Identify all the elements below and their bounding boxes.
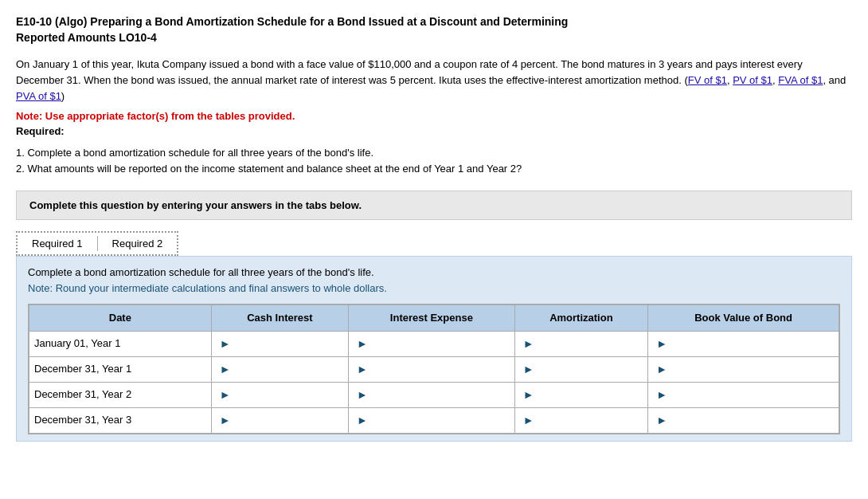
tab-required-2[interactable]: Required 2 bbox=[98, 233, 178, 254]
date-dec-31-y3: December 31, Year 3 bbox=[29, 407, 212, 433]
content-instruction: Complete a bond amortization schedule fo… bbox=[28, 265, 840, 281]
arrow-icon-15: ► bbox=[523, 414, 534, 426]
col-header-date: Date bbox=[29, 305, 212, 332]
interest-expense-jan-1[interactable]: ► bbox=[349, 331, 515, 356]
arrow-icon-5: ► bbox=[220, 363, 231, 375]
interest-expense-dec-31-y3[interactable]: ► bbox=[349, 407, 515, 433]
arrow-icon-1: ► bbox=[220, 337, 231, 350]
pv-link[interactable]: PV of $1 bbox=[733, 74, 772, 86]
col-header-cash-interest: Cash Interest bbox=[211, 305, 348, 332]
book-value-dec-31-y2[interactable]: ► bbox=[648, 382, 839, 407]
note-red: Note: Use appropriate factor(s) from the… bbox=[16, 110, 852, 122]
instructions: 1. Complete a bond amortization schedule… bbox=[16, 145, 852, 179]
arrow-icon-10: ► bbox=[357, 388, 368, 401]
table-row: December 31, Year 3 ► ► ► ► bbox=[29, 407, 839, 433]
arrow-icon-4: ► bbox=[656, 337, 667, 350]
fva-link[interactable]: FVA of $1 bbox=[778, 74, 823, 86]
date-jan-1: January 01, Year 1 bbox=[29, 331, 212, 356]
arrow-icon-13: ► bbox=[220, 414, 231, 426]
fv-link[interactable]: FV of $1 bbox=[688, 74, 727, 86]
arrow-icon-11: ► bbox=[523, 388, 534, 401]
table-row: December 31, Year 2 ► ► ► ► bbox=[29, 382, 839, 407]
amortization-dec-31-y3[interactable]: ► bbox=[514, 407, 648, 433]
arrow-icon-12: ► bbox=[656, 388, 667, 401]
interest-expense-dec-31-y2[interactable]: ► bbox=[349, 382, 515, 407]
pva-link[interactable]: PVA of $1 bbox=[16, 90, 61, 102]
amortization-dec-31-y2[interactable]: ► bbox=[514, 382, 648, 407]
required-label: Required: bbox=[16, 125, 852, 137]
arrow-icon-3: ► bbox=[523, 337, 534, 350]
arrow-icon-14: ► bbox=[357, 414, 368, 426]
arrow-icon-9: ► bbox=[220, 388, 231, 401]
content-note: Note: Round your intermediate calculatio… bbox=[28, 281, 840, 297]
cash-interest-jan-1[interactable]: ► bbox=[211, 331, 348, 356]
instruction-item-1: 1. Complete a bond amortization schedule… bbox=[16, 145, 852, 162]
cash-interest-dec-31-y1[interactable]: ► bbox=[211, 356, 348, 382]
book-value-dec-31-y1[interactable]: ► bbox=[648, 356, 839, 382]
amortization-jan-1[interactable]: ► bbox=[514, 331, 648, 356]
col-header-interest-expense: Interest Expense bbox=[349, 305, 515, 332]
date-dec-31-y2: December 31, Year 2 bbox=[29, 382, 212, 407]
description-paragraph: On January 1 of this year, Ikuta Company… bbox=[16, 57, 852, 104]
col-header-book-value: Book Value of Bond bbox=[648, 305, 839, 332]
arrow-icon-16: ► bbox=[656, 414, 667, 426]
tabs-container: Required 1 Required 2 bbox=[16, 231, 178, 256]
col-header-amortization: Amortization bbox=[514, 305, 648, 332]
amortization-table: Date Cash Interest Interest Expense Amor… bbox=[29, 305, 839, 434]
arrow-icon-8: ► bbox=[656, 363, 667, 375]
tab-required-1[interactable]: Required 1 bbox=[18, 233, 97, 254]
book-value-jan-1[interactable]: ► bbox=[648, 331, 839, 356]
arrow-icon-7: ► bbox=[523, 363, 534, 375]
interest-expense-dec-31-y1[interactable]: ► bbox=[349, 356, 515, 382]
page-title: E10-10 (Algo) Preparing a Bond Amortizat… bbox=[16, 14, 852, 45]
instruction-item-2: 2. What amounts will be reported on the … bbox=[16, 161, 852, 178]
gray-box: Complete this question by entering your … bbox=[16, 191, 852, 220]
cash-interest-dec-31-y2[interactable]: ► bbox=[211, 382, 348, 407]
date-dec-31-y1: December 31, Year 1 bbox=[29, 356, 212, 382]
amortization-table-container: Date Cash Interest Interest Expense Amor… bbox=[28, 304, 840, 434]
content-area: Complete a bond amortization schedule fo… bbox=[16, 256, 852, 442]
cash-interest-dec-31-y3[interactable]: ► bbox=[211, 407, 348, 433]
tabs-row: Required 1 Required 2 bbox=[18, 233, 177, 254]
table-row: December 31, Year 1 ► ► ► ► bbox=[29, 356, 839, 382]
table-row: January 01, Year 1 ► ► ► ► bbox=[29, 331, 839, 356]
arrow-icon-6: ► bbox=[357, 363, 368, 375]
arrow-icon-2: ► bbox=[357, 337, 368, 350]
book-value-dec-31-y3[interactable]: ► bbox=[648, 407, 839, 433]
amortization-dec-31-y1[interactable]: ► bbox=[514, 356, 648, 382]
